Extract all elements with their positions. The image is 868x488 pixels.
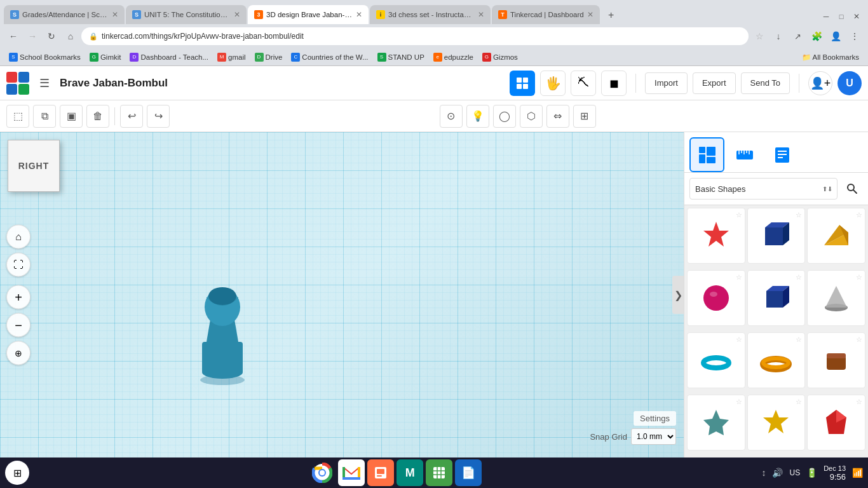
- taskbar-meet[interactable]: M: [397, 459, 423, 486]
- zoom-in-button[interactable]: +: [6, 285, 31, 309]
- tab-tab4[interactable]: i 3d chess set - Instructables ✕: [370, 5, 491, 24]
- bookmark-gmail[interactable]: M gmail: [214, 51, 249, 63]
- light-tool[interactable]: 💡: [466, 105, 489, 128]
- panel-tab-shapes[interactable]: [689, 137, 724, 172]
- shape-item-box[interactable]: ☆: [747, 208, 806, 264]
- svg-rect-1: [523, 78, 528, 83]
- svg-rect-12: [699, 147, 705, 153]
- tab-close-2[interactable]: ✕: [234, 10, 240, 19]
- bookmark-gizmos[interactable]: G Gizmos: [478, 51, 522, 63]
- align-tool[interactable]: ⊞: [573, 105, 596, 128]
- back-button[interactable]: ←: [5, 28, 22, 44]
- forward-button[interactable]: →: [24, 28, 41, 44]
- menu-button[interactable]: ⋮: [846, 28, 863, 44]
- all-bookmarks[interactable]: 📁 All Bookmarks: [798, 51, 864, 63]
- battery-icon: 🔋: [806, 468, 817, 478]
- tab-restore[interactable]: □: [834, 9, 849, 24]
- search-button[interactable]: [841, 178, 863, 200]
- panel-collapse-button[interactable]: ❯: [672, 276, 684, 314]
- shape-item-gem[interactable]: ☆: [807, 395, 865, 451]
- delete-tool[interactable]: 🗑: [86, 105, 109, 128]
- network-icon: ↕: [761, 468, 766, 478]
- bookmarks-bar: S School Bookmarks G Gimkit D Dashboard …: [0, 48, 868, 66]
- shape-item-wedge[interactable]: ☆: [807, 208, 865, 264]
- measure-tool-button[interactable]: ⛏: [571, 71, 596, 96]
- app-header: ☰ Brave Jaban-Bombul 🖐 ⛏ ◼ Import Export…: [0, 66, 868, 100]
- shape-category-select[interactable]: Basic ShapesLettersNumbersSymbolsFeature…: [689, 178, 837, 200]
- hamburger-menu[interactable]: ☰: [34, 73, 55, 93]
- shape-item-star3[interactable]: ☆: [747, 395, 806, 451]
- extensions-button[interactable]: 🧩: [808, 28, 825, 44]
- shape-tool[interactable]: ◯: [493, 105, 516, 128]
- bookmark-edpuzzle[interactable]: e edpuzzle: [430, 51, 477, 63]
- add-user-button[interactable]: 👤+: [808, 71, 832, 95]
- grid-view-button[interactable]: [510, 71, 535, 96]
- mirror-tool[interactable]: ⇔: [546, 105, 569, 128]
- profile-button[interactable]: 👤: [827, 28, 844, 44]
- fit-view-button[interactable]: ⛶: [6, 253, 31, 277]
- shape-item-cone[interactable]: ☆: [807, 270, 865, 326]
- shape-item-cube[interactable]: ☆: [747, 270, 806, 326]
- bookmark-school[interactable]: S School Bookmarks: [5, 51, 85, 63]
- settings-button[interactable]: Settings: [634, 411, 676, 426]
- tab-close-3[interactable]: ✕: [356, 10, 362, 19]
- group-tool[interactable]: ▣: [60, 105, 83, 128]
- shape-item-sphere[interactable]: ☆: [687, 270, 745, 326]
- taskbar-chrome[interactable]: [309, 459, 336, 486]
- redo-tool[interactable]: ↪: [147, 105, 170, 128]
- shape-item-star2[interactable]: ☆: [687, 395, 745, 451]
- copy-tool[interactable]: ⧉: [33, 105, 56, 128]
- hand-tool-button[interactable]: 🖐: [540, 71, 566, 96]
- taskbar-docs[interactable]: 📄: [455, 459, 482, 486]
- share-button[interactable]: ↗: [789, 28, 806, 44]
- panel-tab-notes[interactable]: [764, 137, 799, 172]
- tab-close-window[interactable]: ✕: [849, 9, 864, 24]
- export-button[interactable]: Export: [693, 72, 736, 94]
- camera-target-tool[interactable]: ⊙: [440, 105, 463, 128]
- zoom-out-button[interactable]: −: [6, 313, 31, 337]
- address-input[interactable]: 🔒 tinkercad.com/things/krPjoUpAvwv-brave…: [81, 27, 749, 45]
- svg-rect-62: [433, 467, 445, 478]
- viewport[interactable]: RIGHT: [0, 132, 684, 458]
- snap-grid-select[interactable]: 1.0 mm0.5 mm2.0 mm: [631, 428, 676, 445]
- home-view-button[interactable]: ⌂: [6, 225, 31, 249]
- tab-minimize[interactable]: ─: [818, 9, 834, 24]
- select-tool[interactable]: ⬚: [6, 105, 29, 128]
- send-to-button[interactable]: Send To: [741, 72, 790, 94]
- tab-close-1[interactable]: ✕: [112, 10, 118, 19]
- bookmark-star[interactable]: ☆: [751, 28, 768, 44]
- shape-item-star-red[interactable]: ☆: [687, 208, 745, 264]
- download-button[interactable]: ↓: [770, 28, 787, 44]
- start-button[interactable]: ⊞: [5, 461, 29, 485]
- bookmark-standup[interactable]: S STAND UP: [374, 51, 428, 63]
- ortho-button[interactable]: ⊕: [6, 341, 31, 365]
- new-tab-button[interactable]: +: [602, 6, 620, 24]
- home-button[interactable]: ⌂: [62, 28, 79, 44]
- bookmark-countries[interactable]: C Countries of the W...: [287, 51, 372, 63]
- user-avatar[interactable]: U: [837, 71, 862, 95]
- taskbar-sheets[interactable]: [426, 459, 452, 486]
- bookmark-drive[interactable]: D Drive: [251, 51, 287, 63]
- refresh-button[interactable]: ↻: [43, 28, 60, 44]
- tab-close-5[interactable]: ✕: [587, 10, 593, 19]
- taskbar-slides[interactable]: [367, 459, 394, 486]
- shape-item-brown[interactable]: ☆: [807, 332, 865, 388]
- tab-close-4[interactable]: ✕: [478, 10, 484, 19]
- tab-tab1[interactable]: S Grades/Attendance | Schoolo... ✕: [4, 5, 125, 24]
- snap-grid-area: Snap Grid 1.0 mm0.5 mm2.0 mm: [590, 428, 676, 445]
- tab-tab3[interactable]: 3 3D design Brave Jaban-Bom... ✕: [248, 5, 369, 24]
- undo-tool[interactable]: ↩: [120, 105, 143, 128]
- bookmark-gimkit[interactable]: G Gimkit: [86, 51, 125, 63]
- view-cube[interactable]: RIGHT: [8, 140, 62, 194]
- shape-item-torus[interactable]: ☆: [687, 332, 745, 388]
- texture-button[interactable]: ◼: [601, 71, 627, 96]
- taskbar-gmail[interactable]: [338, 459, 365, 486]
- import-button[interactable]: Import: [645, 72, 688, 94]
- tab-tab2[interactable]: S UNIT 5: The Constitution of t... ✕: [126, 5, 247, 24]
- shape-item-ring[interactable]: ☆: [747, 332, 806, 388]
- tab-tab5[interactable]: T Tinkercad | Dashboard ✕: [492, 5, 600, 24]
- bookmark-dashboard[interactable]: D Dashboard - Teach...: [126, 51, 212, 63]
- plane-tool[interactable]: ⬡: [520, 105, 543, 128]
- panel-tab-measure[interactable]: [727, 137, 762, 172]
- tinkercad-logo[interactable]: [6, 72, 29, 95]
